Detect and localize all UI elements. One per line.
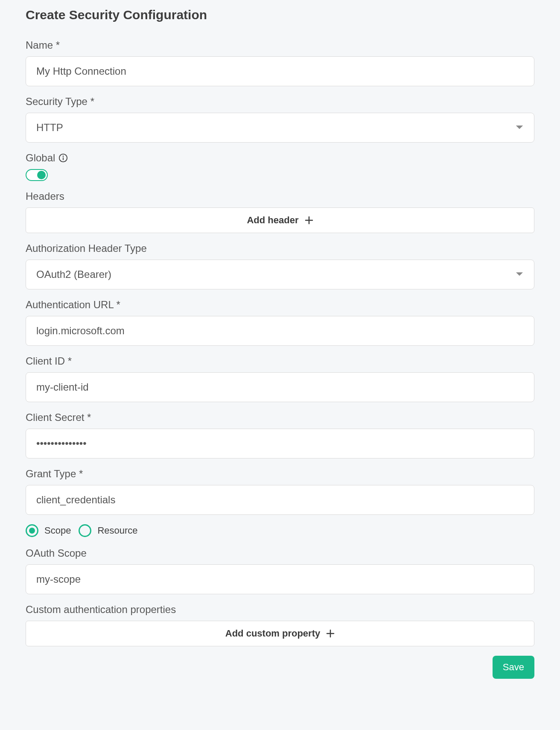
plus-icon	[326, 629, 335, 638]
client-id-label: Client ID *	[26, 355, 534, 367]
add-header-button-label: Add header	[247, 215, 298, 226]
custom-auth-props-field-group: Custom authentication properties Add cus…	[26, 604, 534, 646]
custom-auth-props-label: Custom authentication properties	[26, 604, 534, 616]
save-button-row: Save	[26, 656, 534, 679]
global-field-group: Global	[26, 152, 534, 181]
auth-url-input[interactable]	[26, 316, 534, 346]
add-header-button[interactable]: Add header	[26, 207, 534, 233]
oauth-scope-input[interactable]	[26, 564, 534, 594]
svg-rect-3	[63, 158, 64, 160]
svg-point-2	[63, 156, 64, 157]
grant-type-label: Grant Type *	[26, 468, 534, 480]
name-label: Name *	[26, 39, 534, 51]
security-type-select[interactable]: HTTP	[26, 113, 534, 143]
scope-resource-radio-group: Scope Resource	[26, 524, 534, 537]
page-title: Create Security Configuration	[26, 8, 534, 22]
add-custom-property-button-label: Add custom property	[225, 628, 320, 639]
client-secret-input[interactable]	[26, 429, 534, 458]
client-id-field-group: Client ID *	[26, 355, 534, 402]
global-toggle[interactable]	[26, 169, 48, 181]
scope-radio-label: Scope	[44, 525, 71, 536]
security-type-label: Security Type *	[26, 96, 534, 108]
auth-header-type-select[interactable]: OAuth2 (Bearer)	[26, 260, 534, 289]
headers-label: Headers	[26, 190, 534, 202]
radio-selected-icon	[26, 524, 38, 537]
name-input[interactable]	[26, 56, 534, 86]
client-id-input[interactable]	[26, 372, 534, 402]
auth-url-label: Authentication URL *	[26, 299, 534, 311]
plus-icon	[305, 216, 313, 225]
headers-field-group: Headers Add header	[26, 190, 534, 233]
oauth-scope-field-group: OAuth Scope	[26, 547, 534, 594]
grant-type-input[interactable]	[26, 485, 534, 515]
resource-radio[interactable]: Resource	[79, 524, 137, 537]
name-field-group: Name *	[26, 39, 534, 86]
add-custom-property-button[interactable]: Add custom property	[26, 621, 534, 646]
radio-unselected-icon	[79, 524, 91, 537]
security-type-field-group: Security Type * HTTP	[26, 96, 534, 143]
global-label: Global	[26, 152, 534, 164]
toggle-knob	[37, 171, 46, 179]
auth-url-field-group: Authentication URL *	[26, 299, 534, 346]
oauth-scope-label: OAuth Scope	[26, 547, 534, 559]
info-icon[interactable]	[58, 153, 68, 163]
auth-header-type-field-group: Authorization Header Type OAuth2 (Bearer…	[26, 242, 534, 289]
global-label-text: Global	[26, 152, 55, 164]
resource-radio-label: Resource	[97, 525, 137, 536]
grant-type-field-group: Grant Type *	[26, 468, 534, 515]
auth-header-type-label: Authorization Header Type	[26, 242, 534, 254]
client-secret-label: Client Secret *	[26, 412, 534, 423]
client-secret-field-group: Client Secret *	[26, 412, 534, 458]
scope-radio[interactable]: Scope	[26, 524, 71, 537]
save-button[interactable]: Save	[493, 656, 534, 679]
